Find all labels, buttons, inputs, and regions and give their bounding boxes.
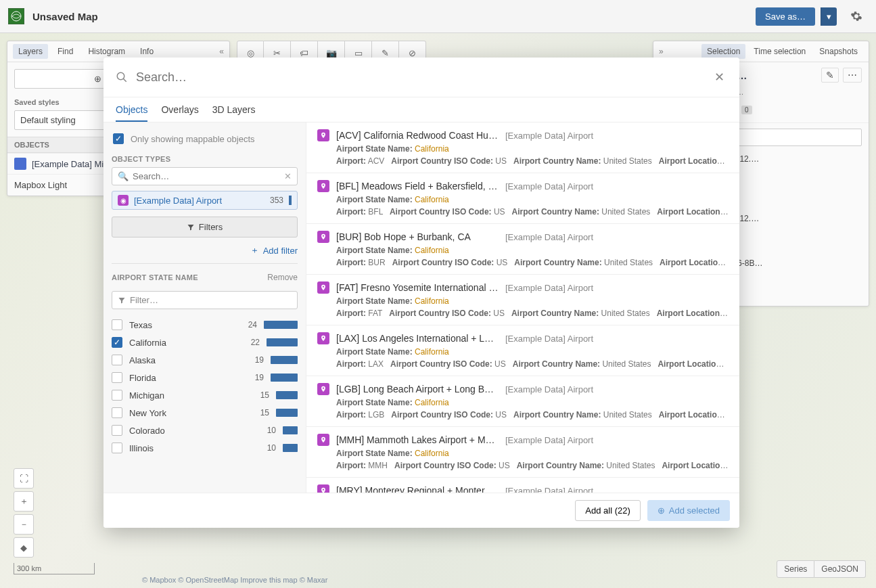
save-as-button[interactable]: Save as… (756, 7, 815, 26)
topbar: Unsaved Map Save as… ▾ (0, 0, 876, 33)
app-logo[interactable] (8, 8, 24, 24)
tab-find[interactable]: Find (52, 44, 78, 59)
filter-icon (187, 223, 195, 231)
result-type: [Example Data] Airport (505, 384, 593, 394)
facet-checkbox[interactable] (112, 407, 122, 418)
add-selected-button[interactable]: ⊕ Add selected (647, 500, 730, 521)
facet-checkbox[interactable] (112, 319, 122, 330)
result-item[interactable]: [LAX] Los Angeles International + Los An… (306, 325, 739, 376)
map-controls: ⛶ ＋ － ◆ 300 km (14, 468, 95, 574)
facet-count: 10 (260, 443, 276, 453)
facet-checkbox[interactable] (112, 372, 122, 383)
facet-row[interactable]: ✓ California 22 (112, 334, 298, 351)
facet-row[interactable]: Alaska 19 (112, 351, 298, 369)
facet-row[interactable]: New York 15 (112, 404, 298, 422)
add-filter-button[interactable]: ＋ Add filter (112, 244, 298, 256)
filters-button[interactable]: Filters (112, 217, 298, 238)
facet-row[interactable]: Florida 19 (112, 369, 298, 386)
modal-sidebar: ✓ Only showing mappable objects OBJECT T… (103, 122, 306, 493)
result-meta: Airport State Name: California (336, 144, 729, 154)
facet-row[interactable]: Michigan 15 (112, 386, 298, 404)
object-types-header: OBJECT TYPES (112, 151, 298, 167)
modal-tab-overlays[interactable]: Overlays (161, 97, 198, 122)
results-list[interactable]: [ACV] California Redwood Coast Humbo… [E… (306, 122, 739, 493)
result-title: [BUR] Bob Hope + Burbank, CA (336, 231, 499, 242)
object-types-search-input[interactable] (133, 171, 280, 181)
facet-checkbox[interactable]: ✓ (112, 337, 122, 348)
facet-row[interactable]: Illinois 10 (112, 439, 298, 457)
geojson-button[interactable]: GeoJSON (814, 560, 866, 578)
modal-close-button[interactable]: ✕ (712, 67, 727, 87)
facet-count: 10 (260, 426, 276, 435)
facet-name: Michigan (129, 390, 246, 401)
modal-search-input[interactable] (136, 70, 704, 85)
layer-item-label: [Example Data] Min (32, 159, 108, 169)
selection-edit-button[interactable]: ✎ (821, 68, 839, 83)
facet-name: Florida (129, 373, 241, 383)
fullscreen-button[interactable]: ⛶ (14, 468, 34, 489)
modal-tab-3d-layers[interactable]: 3D Layers (212, 97, 256, 122)
facet-checkbox[interactable] (112, 355, 122, 365)
facet-count: 15 (253, 408, 269, 417)
result-meta: Airport: BFL Airport Country ISO Code: U… (336, 207, 729, 217)
result-item[interactable]: [FAT] Fresno Yosemite International + Fr… (306, 275, 739, 325)
result-item[interactable]: [BUR] Bob Hope + Burbank, CA [Example Da… (306, 224, 739, 275)
facet-bar (264, 321, 298, 329)
tab-info[interactable]: Info (135, 44, 159, 59)
facet-row[interactable]: Colorado 10 (112, 422, 298, 439)
facet-row[interactable]: Texas 24 (112, 316, 298, 334)
facet-checkbox[interactable] (112, 425, 122, 436)
result-title: [LAX] Los Angeles International + Los An… (336, 333, 499, 344)
result-meta: Airport State Name: California (336, 195, 729, 204)
collapse-left-icon[interactable]: « (219, 47, 224, 56)
pin-icon (317, 434, 329, 446)
result-item[interactable]: [MRY] Monterey Regional + Monterey, CA [… (306, 478, 739, 493)
layer-icon (14, 158, 26, 170)
svg-line-2 (123, 78, 126, 82)
result-type: [Example Data] Airport (505, 283, 593, 293)
svg-point-1 (117, 72, 124, 80)
tab-time-selection[interactable]: Time selection (748, 44, 811, 59)
expand-right-icon[interactable]: » (659, 47, 664, 56)
search-modal: ✕ Objects Overlays 3D Layers ✓ Only show… (103, 58, 739, 528)
facet-filter-input[interactable]: Filter… (112, 291, 298, 309)
object-types-search[interactable]: 🔍 ✕ (112, 167, 298, 185)
series-button[interactable]: Series (777, 560, 814, 578)
result-meta: Airport: LGB Airport Country ISO Code: U… (336, 410, 729, 420)
clear-icon[interactable]: ✕ (284, 171, 292, 181)
save-dropdown-button[interactable]: ▾ (821, 7, 837, 26)
tab-layers[interactable]: Layers (13, 44, 48, 59)
result-item[interactable]: [BFL] Meadows Field + Bakersfield, CA [E… (306, 173, 739, 224)
map-title: Unsaved Map (32, 11, 98, 22)
remove-filter-button[interactable]: Remove (267, 273, 298, 282)
compass-button[interactable]: ◆ (14, 537, 34, 558)
facet-checkbox[interactable] (112, 443, 122, 453)
tab-snapshots[interactable]: Snapshots (814, 44, 863, 59)
svg-point-0 (11, 12, 21, 21)
mappable-checkbox[interactable]: ✓ (113, 133, 124, 144)
pin-icon: ◉ (118, 195, 129, 206)
result-type: [Example Data] Airport (505, 435, 593, 445)
plus-icon: ＋ (250, 244, 259, 256)
tab-histogram[interactable]: Histogram (83, 44, 131, 59)
selection-more-button[interactable]: ⋯ (843, 68, 862, 83)
tab-selection[interactable]: Selection (701, 44, 745, 59)
add-all-button[interactable]: Add all (22) (575, 500, 640, 521)
result-meta: Airport: FAT Airport Country ISO Code: U… (336, 309, 729, 318)
result-item[interactable]: [ACV] California Redwood Coast Humbo… [E… (306, 122, 739, 173)
result-meta: Airport: LAX Airport Country ISO Code: U… (336, 359, 729, 369)
result-item[interactable]: [MMH] Mammoth Lakes Airport + Mam… [Exam… (306, 427, 739, 478)
object-type-item[interactable]: ◉ [Example Data] Airport 353 (112, 191, 298, 210)
result-item[interactable]: [LGB] Long Beach Airport + Long Beach, …… (306, 376, 739, 427)
zoom-in-button[interactable]: ＋ (14, 491, 34, 512)
result-title: [ACV] California Redwood Coast Humbo… (336, 130, 499, 141)
facet-checkbox[interactable] (112, 390, 122, 401)
settings-button[interactable] (845, 7, 868, 25)
result-meta: Airport State Name: California (336, 347, 729, 357)
filter-property-name: AIRPORT STATE NAME (112, 269, 198, 286)
zoom-out-button[interactable]: － (14, 514, 34, 535)
modal-tab-objects[interactable]: Objects (116, 97, 147, 122)
facet-name: California (129, 338, 237, 348)
pin-icon (317, 180, 329, 192)
result-type: [Example Data] Airport (505, 181, 593, 191)
